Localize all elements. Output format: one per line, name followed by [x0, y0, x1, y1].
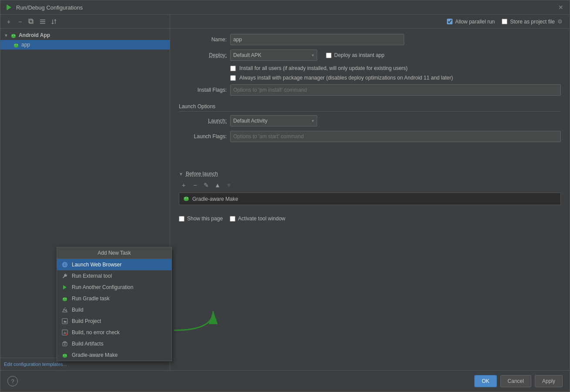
install-flags-input[interactable] — [230, 84, 561, 96]
config-form: Name: Deploy: Default APK APK from app b… — [170, 29, 570, 370]
svg-rect-5 — [40, 21, 45, 22]
svg-rect-3 — [29, 19, 32, 23]
store-project-option: Store as project file ⚙ — [502, 18, 563, 25]
add-config-button[interactable]: + — [4, 17, 13, 27]
gradle-aware-make-item[interactable]: Gradle-aware Make — [179, 193, 561, 205]
close-button[interactable]: ✕ — [557, 4, 564, 11]
activate-window-label: Activate tool window — [238, 216, 285, 222]
svg-rect-1 — [7, 5, 8, 10]
install-flags-row: Install Flags: — [179, 84, 561, 96]
gradle-aware-make-icon — [183, 195, 190, 203]
expand-arrow-icon: ▼ — [4, 33, 8, 38]
show-page-checkbox[interactable] — [179, 216, 184, 222]
install-flags-label: Install Flags: — [179, 87, 227, 93]
launch-select[interactable]: Default Activity Nothing Specified Activ… — [230, 115, 317, 126]
config-tree: ▼ Android App — [0, 29, 170, 358]
before-launch-edit-button[interactable]: ✎ — [201, 180, 211, 190]
launch-flags-input[interactable] — [230, 131, 561, 142]
sort-config-button[interactable] — [49, 17, 59, 27]
name-label: Name: — [179, 37, 227, 43]
name-input[interactable] — [230, 34, 404, 45]
svg-rect-2 — [30, 20, 33, 23]
right-top-bar: Allow parallel run Store as project file… — [170, 15, 570, 29]
ok-button[interactable]: OK — [474, 375, 496, 387]
tree-group-android-app[interactable]: ▼ Android App — [0, 30, 170, 40]
dialog-title: Run/Debug Configurations — [16, 4, 83, 11]
launch-flags-label: Launch Flags: — [179, 133, 227, 140]
svg-point-16 — [17, 44, 18, 45]
launch-row: Launch: Default Activity Nothing Specifi… — [179, 115, 561, 126]
launch-options-header: Launch Options — [179, 100, 561, 112]
before-launch-section: ▼ Before launch + − ✎ ▲ ▼ — [179, 171, 561, 205]
allow-parallel-run-label[interactable]: Allow parallel run — [455, 19, 495, 25]
always-install-row: Always install with package manager (dis… — [179, 75, 561, 81]
install-all-users-row: Install for all users (if already instal… — [179, 65, 561, 71]
before-launch-toolbar: + − ✎ ▲ ▼ — [179, 180, 561, 190]
bottom-checkboxes: Show this page Activate tool window — [179, 212, 561, 222]
svg-point-14 — [14, 43, 18, 46]
store-as-project-file-checkbox[interactable] — [502, 19, 507, 24]
show-page-checkbox-row[interactable]: Show this page — [179, 216, 223, 222]
activate-window-checkbox[interactable] — [230, 216, 235, 222]
activate-window-checkbox-row[interactable]: Activate tool window — [230, 216, 285, 222]
gear-icon[interactable]: ⚙ — [557, 18, 563, 25]
cancel-button[interactable]: Cancel — [500, 375, 531, 387]
install-all-users-checkbox[interactable] — [230, 66, 236, 71]
svg-point-15 — [15, 44, 16, 45]
deploy-label: Deploy: — [179, 52, 227, 58]
launch-label: Launch: — [179, 118, 227, 124]
deploy-instant-app-checkbox[interactable] — [326, 53, 332, 58]
android-group-icon — [10, 32, 17, 39]
gradle-aware-make-label: Gradle-aware Make — [192, 196, 238, 202]
before-launch-header: ▼ Before launch — [179, 171, 561, 177]
deploy-select[interactable]: Default APK APK from app bundle Nothing — [230, 50, 317, 61]
app-android-icon — [13, 41, 20, 48]
apply-button[interactable]: Apply — [535, 375, 563, 387]
main-content: + − ▼ — [0, 15, 570, 370]
deploy-row: Deploy: Default APK APK from app bundle … — [179, 50, 561, 61]
store-project-file-label[interactable]: Store as project file — [510, 19, 555, 25]
dialog-icon — [6, 4, 13, 11]
run-debug-dialog: Run/Debug Configurations ✕ + − — [0, 0, 570, 392]
tree-item-app[interactable]: app — [0, 40, 170, 50]
allow-parallel-run-checkbox[interactable] — [447, 19, 453, 24]
help-button[interactable]: ? — [7, 376, 18, 386]
right-panel: Allow parallel run Store as project file… — [170, 15, 570, 370]
always-install-label[interactable]: Always install with package manager (dis… — [239, 75, 453, 81]
remove-config-button[interactable]: − — [15, 17, 25, 27]
before-launch-remove-button[interactable]: − — [190, 180, 200, 190]
edit-config-templates-link[interactable]: Edit configuration templates... — [0, 358, 170, 370]
svg-rect-6 — [40, 23, 45, 24]
copy-config-button[interactable] — [27, 17, 36, 27]
svg-point-21 — [187, 198, 188, 199]
install-all-users-label[interactable]: Install for all users (if already instal… — [239, 65, 408, 71]
svg-point-10 — [12, 35, 13, 36]
deploy-instant-app-label[interactable]: Deploy as instant app — [334, 52, 384, 58]
title-bar: Run/Debug Configurations ✕ — [0, 0, 570, 15]
svg-point-11 — [14, 35, 15, 36]
svg-rect-4 — [40, 20, 45, 20]
deploy-select-wrapper: Default APK APK from app bundle Nothing — [230, 50, 317, 61]
name-row: Name: — [179, 34, 561, 45]
launch-select-wrapper: Default Activity Nothing Specified Activ… — [230, 115, 317, 126]
launch-options-label: Launch Options — [179, 103, 215, 110]
tree-item-app-label: app — [21, 42, 30, 48]
tree-group-label: Android App — [19, 32, 50, 38]
svg-point-19 — [184, 197, 189, 199]
always-install-checkbox[interactable] — [230, 75, 236, 81]
parallel-run-option: Allow parallel run — [447, 19, 495, 25]
move-config-button[interactable] — [38, 17, 47, 27]
svg-point-20 — [185, 198, 186, 199]
before-launch-down-button[interactable]: ▼ — [224, 180, 234, 190]
dialog-footer: ? OK Cancel Apply — [0, 370, 570, 392]
before-launch-collapse-icon[interactable]: ▼ — [179, 172, 183, 176]
before-launch-add-button[interactable]: + — [179, 180, 188, 190]
before-launch-label: Before launch — [186, 171, 218, 177]
show-page-label: Show this page — [187, 216, 223, 222]
svg-point-9 — [11, 34, 16, 37]
left-toolbar: + − — [0, 15, 170, 29]
launch-flags-row: Launch Flags: — [179, 131, 561, 142]
before-launch-up-button[interactable]: ▲ — [213, 180, 222, 190]
left-panel: + − ▼ — [0, 15, 170, 370]
